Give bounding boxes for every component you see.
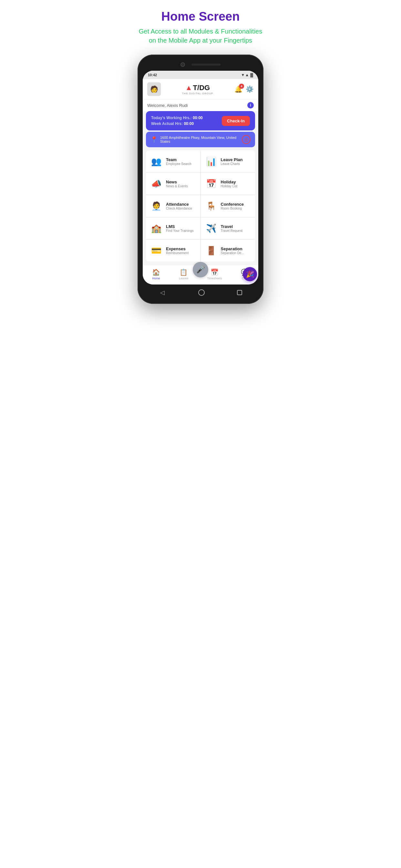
location-text: 1600 Amphitheatre Pkwy, Mountain View, U…	[160, 135, 242, 144]
menu-icon-travel: ✈️	[205, 222, 217, 234]
user-avatar[interactable]: 🧑	[147, 82, 161, 96]
notification-bell[interactable]: 🔔 4	[235, 85, 243, 93]
menu-sub-conference: Room Booking	[221, 207, 244, 210]
location-pin-icon: 📍	[150, 136, 158, 143]
menu-text-holiday: Holiday Holiday List	[221, 180, 238, 188]
home-button[interactable]	[198, 289, 205, 296]
work-row: Today's Working Hrs.: 00:00 Week Actual …	[151, 116, 250, 126]
menu-icon-expenses: 💳	[150, 245, 162, 256]
target-icon[interactable]: ◎	[242, 135, 251, 144]
menu-icon-holiday: 📅	[205, 178, 217, 190]
header-icons: 🔔 4 ⚙️	[235, 85, 254, 93]
menu-text-separation: Separation Separation De...	[221, 246, 244, 255]
menu-sub-team: Employee Search	[166, 162, 191, 166]
menu-item-attendance[interactable]: 🧑‍💼 Attendance Check Attendance	[146, 195, 201, 217]
logo-subtitle: THE DIGITAL GROUP	[182, 92, 213, 95]
working-hours-card: Today's Working Hrs.: 00:00 Week Actual …	[146, 111, 255, 130]
menu-sub-separation: Separation De...	[221, 251, 244, 255]
app-logo: ▲T/DG THE DIGITAL GROUP	[182, 84, 213, 95]
welcome-bar: Welcome, Alexis Rudi i	[143, 99, 258, 111]
phone-speaker	[191, 64, 220, 66]
phone-top-bar	[143, 60, 258, 71]
back-icon: ◁	[160, 289, 165, 296]
menu-item-holiday[interactable]: 📅 Holiday Holiday List	[201, 173, 255, 195]
menu-sub-lms: Find Your Trainings	[166, 229, 194, 232]
nav-icon-home: 🏠	[152, 268, 160, 276]
checkin-button[interactable]: Check-In	[222, 116, 250, 126]
menu-sub-holiday: Holiday List	[221, 184, 238, 188]
nav-label-timesheets: Timesheets	[207, 277, 222, 280]
phone-device: 10:42 ▾ ▲ ▓ 🧑 ▲T/DG THE DIGITAL GROUP 🔔 …	[137, 55, 264, 304]
menu-sub-expenses: Reimbursement	[166, 251, 189, 255]
menu-title-leave-plan: Leave Plan	[221, 157, 243, 162]
menu-title-holiday: Holiday	[221, 180, 238, 184]
menu-item-news[interactable]: 📣 News News & Events	[146, 173, 201, 195]
page-title: Home Screen	[139, 10, 262, 24]
nav-icon-leaves: 📋	[180, 268, 188, 276]
recents-button[interactable]	[237, 290, 242, 295]
fab-button[interactable]: 🎉	[243, 267, 257, 281]
today-hours: Today's Working Hrs.: 00:00	[151, 116, 203, 120]
wifi-icon: ▾	[242, 73, 244, 77]
week-hours: Week Actual Hrs: 00:00	[151, 121, 203, 126]
status-bar: 10:42 ▾ ▲ ▓	[143, 71, 258, 79]
menu-sub-attendance: Check Attendance	[166, 207, 192, 210]
battery-icon: ▓	[250, 73, 253, 77]
menu-icon-attendance: 🧑‍💼	[150, 200, 162, 212]
mic-button[interactable]: 🎤	[193, 262, 208, 277]
menu-sub-news: News & Events	[166, 184, 188, 188]
menu-icon-leave-plan: 📊	[205, 156, 217, 167]
logo-main: ▲T/DG	[185, 84, 210, 92]
phone-bottom-bar: ◁	[143, 284, 258, 299]
menu-text-expenses: Expenses Reimbursement	[166, 246, 189, 255]
app-header: 🧑 ▲T/DG THE DIGITAL GROUP 🔔 4 ⚙️	[143, 79, 258, 99]
bottom-nav: 🎤 🏠 Home 📋 Leaves 📅 Timesheets 💬 Chat	[143, 265, 258, 284]
notification-badge: 4	[239, 84, 244, 89]
nav-item-timesheets[interactable]: 📅 Timesheets	[207, 268, 222, 280]
page-subtitle: Get Access to all Modules & Functionalit…	[139, 27, 262, 45]
nav-icon-timesheets: 📅	[211, 268, 219, 276]
menu-sub-travel: Travel Request	[221, 229, 243, 232]
menu-item-conference[interactable]: 🪑 Conference Room Booking	[201, 195, 255, 217]
menu-item-separation[interactable]: 🚪 Separation Separation De...	[201, 240, 255, 261]
nav-label-leaves: Leaves	[179, 277, 188, 280]
settings-icon[interactable]: ⚙️	[246, 85, 254, 93]
menu-title-news: News	[166, 180, 188, 184]
menu-item-expenses[interactable]: 💳 Expenses Reimbursement	[146, 240, 201, 261]
menu-title-conference: Conference	[221, 202, 244, 207]
location-bar: 📍 1600 Amphitheatre Pkwy, Mountain View,…	[146, 132, 255, 147]
menu-icon-conference: 🪑	[205, 200, 217, 212]
menu-text-attendance: Attendance Check Attendance	[166, 202, 192, 210]
menu-item-travel[interactable]: ✈️ Travel Travel Request	[201, 217, 255, 239]
menu-icon-separation: 🚪	[205, 245, 217, 256]
location-left: 📍 1600 Amphitheatre Pkwy, Mountain View,…	[150, 135, 242, 144]
page-header: Home Screen Get Access to all Modules & …	[139, 10, 262, 45]
logo-triangle: ▲	[185, 84, 192, 92]
menu-text-conference: Conference Room Booking	[221, 202, 244, 210]
info-button[interactable]: i	[247, 102, 254, 108]
back-button[interactable]: ◁	[159, 289, 166, 296]
menu-item-leave-plan[interactable]: 📊 Leave Plan Leave Charts	[201, 151, 255, 173]
phone-screen: 10:42 ▾ ▲ ▓ 🧑 ▲T/DG THE DIGITAL GROUP 🔔 …	[143, 71, 258, 284]
menu-grid: 👥 Team Employee Search 📊 Leave Plan Leav…	[146, 151, 255, 261]
menu-title-lms: LMS	[166, 224, 194, 229]
phone-camera	[181, 62, 185, 67]
menu-title-expenses: Expenses	[166, 246, 189, 251]
menu-icon-news: 📣	[150, 178, 162, 190]
menu-title-team: Team	[166, 157, 191, 162]
menu-text-lms: LMS Find Your Trainings	[166, 224, 194, 232]
nav-label-home: Home	[152, 277, 160, 280]
menu-text-leave-plan: Leave Plan Leave Charts	[221, 157, 243, 166]
nav-item-home[interactable]: 🏠 Home	[152, 268, 160, 280]
menu-item-lms[interactable]: 🏫 LMS Find Your Trainings	[146, 217, 201, 239]
menu-title-travel: Travel	[221, 224, 243, 229]
menu-text-travel: Travel Travel Request	[221, 224, 243, 232]
menu-title-separation: Separation	[221, 246, 244, 251]
menu-item-team[interactable]: 👥 Team Employee Search	[146, 151, 201, 173]
menu-text-news: News News & Events	[166, 180, 188, 188]
signal-icon: ▲	[245, 73, 249, 77]
menu-icon-lms: 🏫	[150, 222, 162, 234]
menu-icon-team: 👥	[150, 156, 162, 167]
nav-item-leaves[interactable]: 📋 Leaves	[179, 268, 188, 280]
menu-sub-leave-plan: Leave Charts	[221, 162, 243, 166]
